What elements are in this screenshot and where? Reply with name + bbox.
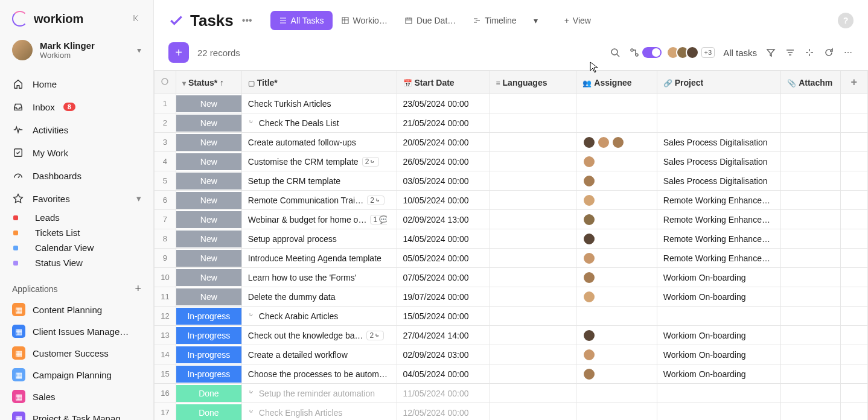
attach-cell[interactable]	[781, 287, 841, 307]
start-date-cell[interactable]: 03/05/2024 00:00	[397, 171, 490, 191]
status-cell[interactable]: In-progress	[176, 326, 241, 345]
col-title[interactable]: ▢Title*	[241, 71, 397, 94]
assignee-cell[interactable]	[576, 94, 657, 113]
assignee-cell[interactable]	[576, 364, 657, 384]
add-view-button[interactable]: + View	[564, 16, 591, 25]
app-item[interactable]: ▦Campaign Planning	[0, 364, 153, 386]
start-date-cell[interactable]: 04/05/2024 00:00	[397, 364, 490, 384]
app-item[interactable]: ▦Content Planning	[0, 299, 153, 320]
assignee-cell[interactable]	[576, 287, 657, 307]
project-cell[interactable]: Workiom On-boarding	[657, 287, 780, 307]
start-date-cell[interactable]: 11/05/2024 00:00	[397, 384, 490, 403]
app-item[interactable]: ▦Client Issues Manage…	[0, 320, 153, 342]
project-cell[interactable]: Remote Working Enhance…	[657, 229, 780, 249]
add-record-button[interactable]: +	[168, 42, 189, 63]
title-cell[interactable]: Webinar & budget for home o…1 💬	[241, 210, 397, 229]
select-all-header[interactable]	[155, 71, 176, 94]
nav-dashboards[interactable]: Dashboards	[0, 164, 153, 187]
attach-cell[interactable]	[781, 384, 841, 403]
col-assignee[interactable]: 👥Assignee	[576, 71, 657, 94]
languages-cell[interactable]	[490, 268, 576, 287]
attach-cell[interactable]	[781, 249, 841, 268]
more-icon[interactable]: ⋯	[843, 47, 854, 58]
status-cell[interactable]: New	[176, 268, 241, 287]
assignee-cell[interactable]	[576, 403, 657, 421]
attach-cell[interactable]	[781, 345, 841, 364]
attach-cell[interactable]	[781, 210, 841, 229]
title-cell[interactable]: Customise the CRM template2	[241, 152, 397, 171]
view-due-date[interactable]: Due Dat…	[396, 11, 464, 30]
col-project[interactable]: 🔗Project	[657, 71, 780, 94]
status-cell[interactable]: New	[176, 191, 241, 210]
attach-cell[interactable]	[781, 171, 841, 191]
sparkle-icon[interactable]	[804, 47, 815, 58]
favorite-item[interactable]: Leads	[0, 210, 153, 225]
project-cell[interactable]: Workiom On-boarding	[657, 345, 780, 364]
languages-cell[interactable]	[490, 210, 576, 229]
project-cell[interactable]: Sales Process Digitalisation	[657, 152, 780, 171]
project-cell[interactable]: Sales Process Digitalisation	[657, 171, 780, 191]
attach-cell[interactable]	[781, 268, 841, 287]
assignee-cell[interactable]	[576, 113, 657, 133]
workflow-toggle[interactable]	[642, 47, 662, 58]
table-row[interactable]: 14 In-progress Create a detailed workflo…	[155, 345, 868, 364]
project-cell[interactable]: Remote Working Enhance…	[657, 249, 780, 268]
languages-cell[interactable]	[490, 403, 576, 421]
languages-cell[interactable]	[490, 191, 576, 210]
col-lang[interactable]: ≡Languages	[490, 71, 576, 94]
table-row[interactable]: 5 New Setup the CRM template 03/05/2024 …	[155, 171, 868, 191]
refresh-icon[interactable]	[823, 47, 834, 58]
languages-cell[interactable]	[490, 249, 576, 268]
search-icon[interactable]	[610, 47, 621, 58]
user-row[interactable]: Mark Klinger Workiom ▾	[0, 33, 153, 68]
table-row[interactable]: 9 New Introduce Meeting Agenda template …	[155, 249, 868, 268]
nav-home[interactable]: Home	[0, 72, 153, 95]
app-item[interactable]: ▦Sales	[0, 386, 153, 407]
languages-cell[interactable]	[490, 94, 576, 113]
title-cell[interactable]: Setup approval process	[241, 229, 397, 249]
table-row[interactable]: 1 New Check Turkish Articles 23/05/2024 …	[155, 94, 868, 113]
project-cell[interactable]: Remote Working Enhance…	[657, 191, 780, 210]
attach-cell[interactable]	[781, 229, 841, 249]
workflow-icon[interactable]	[629, 47, 640, 58]
filter-icon[interactable]	[765, 47, 776, 58]
table-row[interactable]: 13 In-progress Check out the knowledge b…	[155, 326, 868, 345]
favorite-item[interactable]: Tickets List	[0, 225, 153, 240]
start-date-cell[interactable]: 10/05/2024 00:00	[397, 191, 490, 210]
attach-cell[interactable]	[781, 403, 841, 421]
title-cell[interactable]: Choose the processes to be autom…	[241, 364, 397, 384]
assignee-cell[interactable]	[576, 171, 657, 191]
attach-cell[interactable]	[781, 113, 841, 133]
collapse-sidebar-icon[interactable]	[133, 14, 141, 24]
project-cell[interactable]	[657, 403, 780, 421]
table-row[interactable]: 17 Done Check English Articles 12/05/202…	[155, 403, 868, 421]
status-cell[interactable]: New	[176, 210, 241, 229]
col-start[interactable]: 📅Start Date	[397, 71, 490, 94]
start-date-cell[interactable]: 14/05/2024 00:00	[397, 229, 490, 249]
table-row[interactable]: 7 New Webinar & budget for home o…1 💬 02…	[155, 210, 868, 229]
group-icon[interactable]	[785, 47, 796, 58]
start-date-cell[interactable]: 12/05/2024 00:00	[397, 403, 490, 421]
languages-cell[interactable]	[490, 384, 576, 403]
add-column-button[interactable]: +	[840, 71, 867, 94]
table-row[interactable]: 10 New Learn how to use the 'Forms' 07/0…	[155, 268, 868, 287]
start-date-cell[interactable]: 20/05/2024 00:00	[397, 133, 490, 152]
table-row[interactable]: 11 New Delete the dummy data 19/07/2024 …	[155, 287, 868, 307]
table[interactable]: ▾Status* ↑ ▢Title* 📅Start Date ≡Language…	[154, 70, 868, 420]
views-dropdown[interactable]: ▾	[525, 11, 546, 30]
view-all-tasks[interactable]: All Tasks	[270, 11, 333, 30]
title-cell[interactable]: Learn how to use the 'Forms'	[241, 268, 397, 287]
assignee-cell[interactable]	[576, 133, 657, 152]
languages-cell[interactable]	[490, 133, 576, 152]
start-date-cell[interactable]: 27/04/2024 14:00	[397, 326, 490, 345]
title-cell[interactable]: Check out the knowledge ba…2	[241, 326, 397, 345]
languages-cell[interactable]	[490, 152, 576, 171]
start-date-cell[interactable]: 19/07/2024 00:00	[397, 287, 490, 307]
assignee-cell[interactable]	[576, 229, 657, 249]
languages-cell[interactable]	[490, 307, 576, 326]
project-cell[interactable]	[657, 307, 780, 326]
start-date-cell[interactable]: 02/09/2024 03:00	[397, 345, 490, 364]
table-row[interactable]: 3 New Create automated follow-ups 20/05/…	[155, 133, 868, 152]
assignee-cell[interactable]	[576, 210, 657, 229]
filter-all-tasks[interactable]: All tasks	[723, 48, 757, 58]
